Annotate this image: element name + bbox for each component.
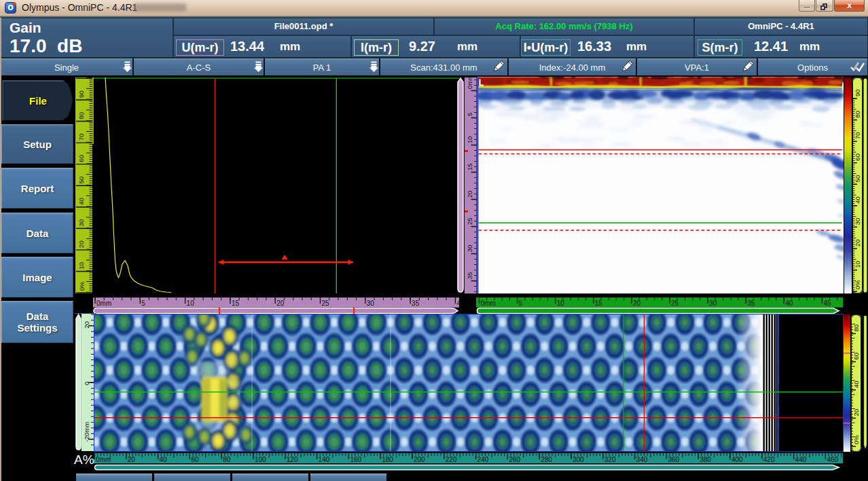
svg-text:0mm: 0mm [481, 300, 496, 307]
svg-text:20: 20 [633, 300, 641, 307]
svg-text:15: 15 [595, 300, 603, 307]
svg-text:0mm: 0mm [96, 455, 111, 463]
svg-text:280: 280 [541, 455, 552, 463]
svg-text:30: 30 [709, 300, 717, 307]
svg-text:100: 100 [255, 455, 266, 463]
svg-text:0%: 0% [77, 281, 85, 291]
svg-text:35: 35 [412, 300, 420, 307]
svg-text:240: 240 [477, 455, 489, 463]
svg-text:70: 70 [854, 132, 861, 140]
svg-text:90: 90 [854, 89, 861, 96]
svg-text:20: 20 [852, 409, 860, 416]
svg-text:45: 45 [823, 300, 831, 307]
svg-text:380: 380 [700, 455, 711, 463]
svg-text:40: 40 [160, 455, 168, 463]
svg-text:160: 160 [350, 455, 361, 463]
svg-text:20: 20 [77, 240, 85, 248]
svg-text:80: 80 [854, 111, 861, 118]
svg-text:180: 180 [382, 455, 393, 463]
svg-text:220: 220 [446, 455, 457, 463]
svg-text:300: 300 [573, 455, 584, 463]
svg-text:0%: 0% [854, 280, 861, 289]
svg-text:10: 10 [186, 300, 194, 307]
svg-text:50: 50 [77, 177, 85, 184]
svg-text:360: 360 [668, 455, 679, 463]
svg-text:140: 140 [319, 455, 330, 463]
svg-text:40: 40 [785, 300, 793, 307]
svg-text:20: 20 [854, 239, 861, 247]
svg-text:40: 40 [77, 198, 85, 205]
svg-text:340: 340 [636, 455, 648, 463]
svg-text:40: 40 [456, 300, 459, 307]
svg-text:25: 25 [671, 300, 679, 307]
svg-text:40: 40 [852, 380, 860, 388]
svg-text:35: 35 [747, 300, 755, 307]
svg-text:120: 120 [287, 455, 298, 463]
svg-text:20: 20 [83, 321, 90, 328]
svg-text:60: 60 [852, 353, 860, 360]
svg-text:80: 80 [223, 455, 231, 463]
svg-text:10: 10 [854, 261, 861, 268]
svg-text:25: 25 [321, 300, 329, 307]
svg-text:5: 5 [519, 300, 523, 307]
svg-text:20: 20 [128, 455, 136, 463]
svg-text:50: 50 [854, 175, 861, 183]
svg-text:60: 60 [854, 154, 861, 161]
svg-text:70: 70 [77, 134, 85, 141]
svg-text:460: 460 [827, 455, 838, 463]
svg-text:80: 80 [852, 324, 860, 332]
svg-text:30: 30 [854, 218, 861, 226]
svg-text:60: 60 [191, 455, 199, 463]
svg-text:30: 30 [77, 219, 85, 227]
svg-text:30: 30 [366, 300, 374, 307]
svg-text:20: 20 [276, 300, 285, 307]
svg-text:10: 10 [77, 262, 85, 270]
svg-text:40: 40 [854, 196, 861, 204]
svg-text:0%: 0% [852, 435, 860, 444]
svg-text:-20mm: -20mm [83, 421, 90, 442]
svg-text:15: 15 [231, 300, 239, 307]
svg-text:400: 400 [731, 455, 743, 463]
svg-text:5: 5 [141, 300, 145, 307]
svg-text:440: 440 [795, 455, 807, 463]
svg-text:90: 90 [77, 90, 85, 98]
svg-text:260: 260 [509, 455, 520, 463]
svg-text:200: 200 [414, 455, 425, 463]
svg-text:320: 320 [604, 455, 616, 463]
svg-text:0: 0 [83, 381, 90, 385]
svg-text:60: 60 [77, 155, 85, 162]
svg-text:0mm: 0mm [96, 300, 111, 307]
svg-text:420: 420 [763, 455, 775, 463]
svg-text:80: 80 [77, 112, 85, 120]
svg-text:10: 10 [557, 300, 565, 307]
